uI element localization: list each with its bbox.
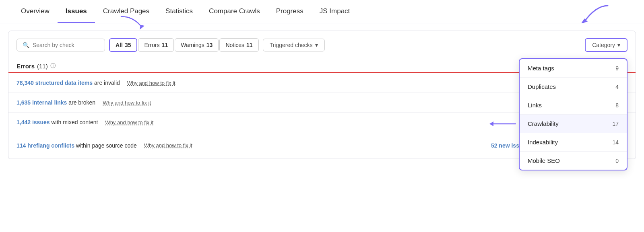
nav-issues[interactable]: Issues: [58, 0, 95, 23]
why-fix-link[interactable]: Why and how to fix it: [144, 142, 192, 148]
why-fix-link[interactable]: Why and how to fix it: [127, 80, 175, 86]
dropdown-item-crawlability[interactable]: Crawlability 17: [520, 115, 627, 133]
why-fix-link[interactable]: Why and how to fix it: [105, 119, 153, 125]
filter-errors-btn[interactable]: Errors 11: [138, 38, 174, 52]
triggered-checks-button[interactable]: Triggered checks ▾: [263, 39, 325, 51]
dropdown-item-indexability[interactable]: Indexability 14: [520, 133, 627, 152]
filter-bar: 🔍 All 35 Errors 11 Warnings 13 Noti: [8, 31, 636, 59]
issue-text: 78,340 structured data items are invalid: [17, 80, 120, 86]
filter-all-btn[interactable]: All 35: [109, 38, 137, 52]
dropdown-item-links[interactable]: Links 8: [520, 96, 627, 115]
search-input[interactable]: [33, 42, 97, 48]
errors-title: Errors: [17, 63, 35, 70]
top-right-arrow: [564, 2, 612, 31]
page-wrapper: Overview Issues Crawled Pages Statistics…: [0, 0, 644, 232]
dropdown-item-meta-tags[interactable]: Meta tags 9: [520, 59, 627, 78]
info-icon[interactable]: ⓘ: [50, 62, 56, 70]
dropdown-item-duplicates[interactable]: Duplicates 4: [520, 78, 627, 96]
search-icon: 🔍: [23, 42, 29, 48]
filter-notices-btn[interactable]: Notices 11: [219, 38, 258, 52]
issue-link[interactable]: 1,635 internal links: [17, 99, 67, 106]
nav-js-impact[interactable]: JS Impact: [312, 0, 358, 23]
why-fix-link[interactable]: Why and how to fix it: [103, 100, 151, 106]
issue-link[interactable]: 1,442 issues: [17, 119, 50, 125]
top-nav: Overview Issues Crawled Pages Statistics…: [0, 0, 644, 23]
svg-marker-1: [581, 18, 588, 23]
nav-progress[interactable]: Progress: [268, 0, 312, 23]
chevron-down-icon: ▾: [315, 42, 318, 48]
category-dropdown: Meta tags 9 Duplicates 4 Links 8 Crawlab…: [519, 58, 627, 170]
chevron-down-icon: ▾: [617, 42, 620, 48]
filter-warnings-btn[interactable]: Warnings 13: [175, 38, 219, 52]
issue-text: 1,442 issues with mixed content: [17, 119, 98, 125]
nav-statistics[interactable]: Statistics: [157, 0, 201, 23]
nav-overview[interactable]: Overview: [13, 0, 58, 23]
search-box[interactable]: 🔍: [17, 39, 105, 51]
nav-crawled-pages[interactable]: Crawled Pages: [95, 0, 157, 23]
issue-link[interactable]: 78,340 structured data items: [17, 80, 93, 86]
issue-text: 114 hreflang conflicts within page sourc…: [17, 142, 137, 149]
svg-marker-0: [140, 25, 144, 30]
category-button[interactable]: Category ▾: [585, 38, 627, 52]
errors-count: (11): [37, 63, 48, 70]
issue-link[interactable]: 114 hreflang conflicts: [17, 142, 74, 149]
issue-text: 1,635 internal links are broken: [17, 99, 95, 106]
filter-btn-group: All 35 Errors 11 Warnings 13 Notices 11: [109, 38, 259, 52]
main-content: 🔍 All 35 Errors 11 Warnings 13 Noti: [8, 31, 636, 159]
dropdown-item-mobile-seo[interactable]: Mobile SEO 0: [520, 152, 627, 170]
nav-compare-crawls[interactable]: Compare Crawls: [201, 0, 268, 23]
issue-main: 114 hreflang conflicts within page sourc…: [17, 142, 529, 149]
